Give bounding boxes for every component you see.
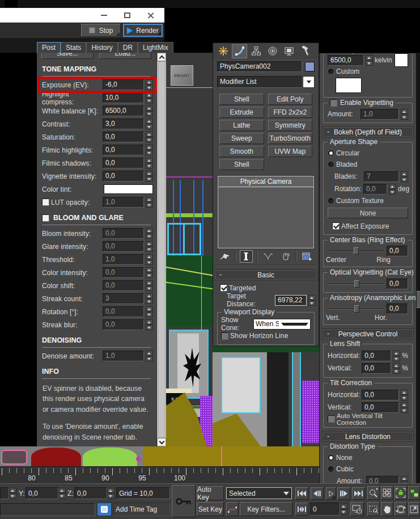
spinner[interactable] <box>366 55 373 66</box>
viewport-mid[interactable] <box>213 347 319 446</box>
custom-color-swatch[interactable] <box>336 78 362 93</box>
grid-setting-field[interactable]: Grid = 10,0 <box>116 487 170 499</box>
param-field[interactable]: 0,0 <box>103 267 144 278</box>
close-icon[interactable] <box>147 12 154 19</box>
spinner[interactable] <box>58 488 66 499</box>
param-field[interactable]: 3 <box>103 293 144 304</box>
spinner[interactable] <box>146 197 153 208</box>
object-name-field[interactable]: PhysCamera002 <box>217 61 302 72</box>
current-frame-field[interactable]: 0 <box>310 503 340 516</box>
param-field[interactable]: 1,0 <box>103 254 144 265</box>
modifier-button-editpoly[interactable]: Edit Poly <box>268 94 313 105</box>
bloom-checkbox[interactable] <box>42 214 49 222</box>
modifier-button-ffd[interactable]: FFD 2x2x2 <box>268 107 313 118</box>
distortion-cubic-radio[interactable] <box>328 466 334 472</box>
remove-modifier-icon[interactable] <box>279 250 292 263</box>
y-coordinate-field[interactable]: 0,0 <box>26 487 58 499</box>
spinner[interactable] <box>146 306 153 317</box>
pan-hand-icon[interactable] <box>381 502 393 516</box>
key-filters-button[interactable]: Key Filters... <box>240 502 292 516</box>
bokeh-rollout-header[interactable]: - Bokeh (Depth of Field) <box>323 127 413 137</box>
denoise-field[interactable]: 1,0 <box>103 351 144 361</box>
param-field[interactable]: 0,0 <box>103 306 144 317</box>
spinner[interactable] <box>146 319 153 330</box>
auto-key-button[interactable]: Auto Key <box>197 486 224 500</box>
spinner[interactable] <box>401 390 408 400</box>
tab-post[interactable]: Post <box>37 42 61 53</box>
rotation-field[interactable]: 0,0 <box>363 184 387 195</box>
camera-panel-scrollbar[interactable] <box>417 53 420 488</box>
spinner[interactable] <box>389 184 396 195</box>
kelvin-field[interactable]: 6500,0 <box>328 55 364 66</box>
stack-item-physical-camera[interactable]: Physical Camera <box>218 176 313 187</box>
param-field[interactable]: 0,0 <box>103 171 144 182</box>
zoom-extents-icon[interactable] <box>394 486 407 500</box>
exposure-field[interactable]: -6,0 <box>103 79 144 90</box>
make-unique-icon[interactable] <box>261 250 275 263</box>
isolate-selection-button[interactable] <box>97 503 112 516</box>
configure-modifier-sets-icon[interactable] <box>300 250 314 263</box>
play-button[interactable] <box>326 487 336 500</box>
param-field[interactable]: 10,0 <box>103 92 144 103</box>
add-time-tag[interactable]: Add Time Tag <box>113 503 170 516</box>
param-field[interactable]: 6500,0 <box>103 106 144 116</box>
time-configuration-icon[interactable] <box>350 502 364 516</box>
pin-stack-icon[interactable] <box>218 250 231 263</box>
spinner[interactable] <box>146 132 153 142</box>
temperature-radio[interactable] <box>330 53 337 53</box>
default-in-out-tangents-button[interactable] <box>226 502 239 516</box>
spinner[interactable] <box>9 488 16 499</box>
color-tint-swatch[interactable] <box>104 184 153 194</box>
spinner[interactable] <box>393 351 400 361</box>
optical-slider[interactable] <box>328 280 385 288</box>
collapse-icon[interactable]: - <box>327 432 329 440</box>
previous-frame-button[interactable] <box>311 487 324 500</box>
param-field[interactable]: 0,0 <box>103 319 144 330</box>
aniso-slider[interactable] <box>328 305 385 313</box>
enable-vignetting-checkbox[interactable] <box>330 99 337 107</box>
modifier-button-symmetry[interactable]: Symmetry <box>268 120 313 131</box>
zoom-all-icon[interactable] <box>381 486 393 500</box>
viewcube-front[interactable]: FRONT <box>171 65 193 86</box>
vertical-field[interactable]: 0,0 <box>362 363 391 374</box>
zoom-region-icon[interactable] <box>367 502 380 516</box>
spinner[interactable] <box>107 488 114 499</box>
modifier-button-turbosmooth[interactable]: TurboSmooth <box>268 133 313 144</box>
spinner[interactable] <box>146 241 153 252</box>
modifier-button-uvwmap[interactable]: UVW Map <box>268 146 313 157</box>
blades-field[interactable]: 7 <box>364 171 399 182</box>
scroll-down-icon[interactable] <box>157 438 166 446</box>
timeline-ruler[interactable]: 80 85 90 95 100 <box>0 466 319 483</box>
basic-rollout-header[interactable]: - Basic <box>215 270 317 280</box>
horizontal-field[interactable]: 0,0 <box>362 390 399 400</box>
go-to-end-button[interactable] <box>352 487 365 500</box>
scroll-up-icon[interactable] <box>157 53 166 61</box>
load-button[interactable]: Load... <box>99 53 151 59</box>
modifier-button-smooth[interactable]: Smooth <box>219 146 264 157</box>
modifier-button-extrude[interactable]: Extrude <box>219 107 264 118</box>
chevron-down-icon[interactable] <box>303 76 315 88</box>
maximize-viewport-icon[interactable] <box>408 502 420 516</box>
spinner[interactable] <box>146 145 153 155</box>
param-field[interactable]: 0,0 <box>103 280 144 291</box>
modifier-list-dropdown[interactable]: Modifier List <box>217 76 315 88</box>
post-panel-scrollbar[interactable] <box>156 53 166 446</box>
tab-history[interactable]: History <box>86 42 117 53</box>
param-field[interactable]: 0,0 <box>103 228 144 239</box>
spinner[interactable] <box>401 402 408 413</box>
spinner[interactable] <box>146 119 153 129</box>
spinner[interactable] <box>146 293 153 304</box>
custom-texture-radio[interactable] <box>328 197 334 204</box>
param-field[interactable]: 0,0 <box>103 158 144 168</box>
viewport-sliver[interactable]: FRONT 8 31 <box>166 53 213 446</box>
lens-distortion-rollout-header[interactable]: - Lens Distortion <box>323 432 413 441</box>
param-field[interactable]: 3,0 <box>103 119 144 129</box>
hierarchy-tab[interactable] <box>248 44 264 58</box>
center-bias-field[interactable]: 0,0 <box>387 246 408 256</box>
spinner[interactable] <box>146 228 153 239</box>
spinner[interactable] <box>401 171 408 182</box>
lut-field[interactable]: 1,0 <box>103 197 144 208</box>
set-key-button[interactable]: Set Key <box>197 502 224 516</box>
save-button[interactable]: Save... <box>41 53 94 59</box>
zoom-icon[interactable] <box>367 486 380 500</box>
